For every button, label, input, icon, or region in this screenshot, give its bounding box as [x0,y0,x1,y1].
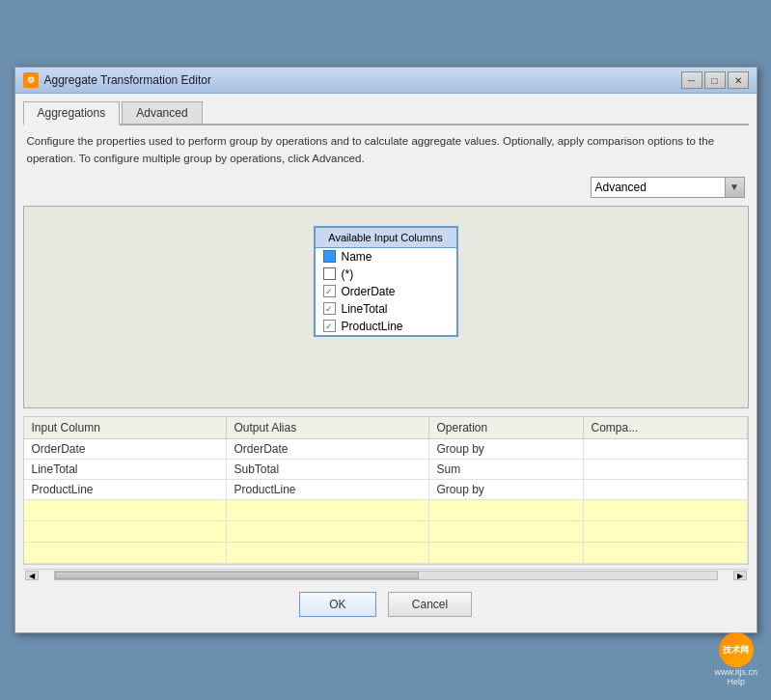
help-label: Help [727,677,745,686]
column-label-productline: ProductLine [342,320,403,333]
grid-cell-output-2: ProductLine [227,480,429,499]
grid-cell-cmp-2 [584,480,748,499]
watermark-cn: 技术网 [723,644,749,657]
grid-header: Input Column Output Alias Operation Comp… [24,417,748,439]
input-column-row-3[interactable]: ✓ LineTotal [316,300,456,318]
column-label-star: (*) [342,267,354,281]
advanced-dropdown[interactable]: Advanced ▼ [591,177,745,198]
checkbox-name[interactable] [323,250,336,263]
title-bar: ⚙ Aggregate Transformation Editor ─ □ ✕ [15,68,757,94]
advanced-dropdown-label: Advanced [595,181,647,194]
window-icon: ⚙ [23,72,39,88]
cancel-button[interactable]: Cancel [388,592,472,617]
input-column-row-2[interactable]: ✓ OrderDate [316,283,456,300]
grid-cell-output-3 [227,500,429,520]
title-bar-left: ⚙ Aggregate Transformation Editor [23,72,211,88]
watermark-logo: 技术网 [719,632,754,667]
close-button[interactable]: ✕ [728,71,749,89]
advanced-row: Advanced ▼ [23,177,749,198]
title-buttons: ─ □ ✕ [681,71,749,89]
grid-cell-op-2: Group by [429,480,584,499]
grid-row-0[interactable]: OrderDate OrderDate Group by [24,439,748,460]
tab-aggregations[interactable]: Aggregations [23,101,121,126]
footer-area: OK Cancel [23,582,749,625]
grid-header-output: Output Alias [227,417,429,438]
scroll-right-btn[interactable]: ▶ [733,571,747,580]
data-grid: Input Column Output Alias Operation Comp… [23,416,749,565]
grid-cell-op-1: Sum [429,460,584,479]
input-column-row-1[interactable]: (*) [316,266,456,283]
grid-cell-output-1: SubTotal [227,460,429,479]
grid-cell-input-3 [24,500,227,520]
scrollbar-thumb[interactable] [55,572,419,579]
ok-button[interactable]: OK [299,592,376,617]
main-window: ⚙ Aggregate Transformation Editor ─ □ ✕ … [14,67,757,633]
grid-cell-op-3 [429,500,584,520]
checkbox-linetotal[interactable]: ✓ [323,302,336,315]
scroll-left-btn[interactable]: ◀ [25,571,39,580]
grid-header-input: Input Column [24,417,227,438]
grid-cell-cmp-0 [584,439,748,459]
grid-row-2[interactable]: ProductLine ProductLine Group by [24,480,748,500]
grid-cell-op-0: Group by [429,439,584,459]
tab-advanced[interactable]: Advanced [122,101,202,124]
watermark-url: www.itjs.cn [714,667,757,677]
grid-row-5[interactable] [24,543,748,564]
grid-cell-output-4 [227,521,429,542]
grid-row-4[interactable] [24,521,748,543]
tabs-bar: Aggregations Advanced [23,101,749,126]
grid-cell-cmp-5 [584,543,748,563]
grid-cell-input-5 [24,543,227,563]
column-label-linetotal: LineTotal [342,302,388,316]
grid-cell-input-2: ProductLine [24,480,227,499]
scrollbar-track[interactable] [54,571,718,580]
checkbox-productline[interactable]: ✓ [323,320,336,332]
grid-cell-op-4 [429,521,584,542]
checkbox-star[interactable] [323,267,336,280]
available-input-columns-box: Available Input Columns Name (*) ✓ Order… [314,226,458,337]
input-column-row-4[interactable]: ✓ ProductLine [316,318,456,335]
watermark: 技术网 www.itjs.cn Help [714,632,757,686]
window-title: Aggregate Transformation Editor [44,73,211,87]
grid-cell-cmp-3 [584,500,748,520]
maximize-button[interactable]: □ [704,71,726,89]
grid-cell-cmp-4 [584,521,748,542]
grid-cell-cmp-1 [584,460,748,479]
grid-cell-input-1: LineTotal [24,460,227,479]
input-column-row-0[interactable]: Name [316,248,456,266]
content-area: Aggregations Advanced Configure the prop… [15,94,757,632]
grid-header-operation: Operation [429,417,584,438]
checkbox-orderdate[interactable]: ✓ [323,285,336,297]
grid-row-3[interactable] [24,500,748,521]
minimize-button[interactable]: ─ [681,71,702,89]
grid-cell-output-0: OrderDate [227,439,429,459]
description-text: Configure the properties used to perform… [23,133,749,167]
input-columns-header: Available Input Columns [316,228,456,248]
column-label-name: Name [342,250,372,264]
canvas-area: Available Input Columns Name (*) ✓ Order… [23,206,749,408]
grid-cell-input-0: OrderDate [24,439,227,459]
column-label-orderdate: OrderDate [342,285,396,298]
grid-cell-input-4 [24,521,227,542]
grid-cell-output-5 [227,543,429,563]
advanced-dropdown-arrow: ▼ [725,178,744,197]
grid-cell-op-5 [429,543,584,563]
horizontal-scrollbar[interactable]: ◀ ▶ [23,569,749,582]
grid-header-compare: Compa... [584,417,748,438]
grid-row-1[interactable]: LineTotal SubTotal Sum [24,460,748,480]
